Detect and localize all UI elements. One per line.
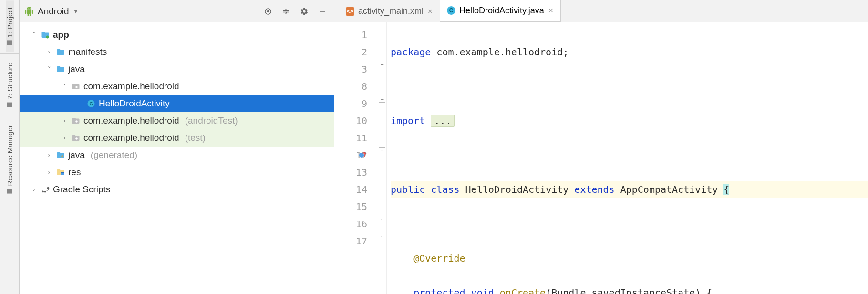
editor-tabs: <> activity_main.xml ✕ C HelloDroidActiv… [334, 0, 868, 22]
code-line [391, 78, 868, 95]
node-label: res [68, 167, 81, 178]
node-label: com.example.hellodroid [83, 115, 179, 127]
code-text[interactable]: package com.example.hellodroid; import .… [387, 22, 868, 294]
svg-point-1 [268, 10, 269, 12]
code-line [391, 147, 868, 164]
code-text: AppCompatActivity [615, 184, 724, 195]
locate-button[interactable] [261, 5, 275, 18]
collapse-all-button[interactable] [279, 5, 293, 18]
project-mode-selector[interactable]: Android ▼ [24, 6, 79, 17]
left-toolstrip: 1: Project 7: Structure Resource Manager [0, 0, 20, 294]
tree-node-java-generated[interactable]: › java (generated) [20, 147, 334, 164]
tree-node-pkg-androidtest[interactable]: › com.example.hellodroid (androidTest) [20, 112, 334, 129]
toolstrip-divider [0, 53, 19, 54]
chevron-spacer [76, 100, 83, 107]
project-icon [8, 40, 12, 45]
toolwindow-resource-manager-label: Resource Manager [6, 125, 14, 186]
code-line: @Override [391, 250, 868, 267]
close-icon[interactable]: ✕ [427, 8, 433, 15]
node-label: app [53, 29, 69, 41]
svg-rect-10 [61, 172, 64, 173]
node-qualifier: (androidTest) [185, 115, 238, 127]
project-mode-label: Android [38, 6, 69, 17]
tree-node-java[interactable]: ˅ java [20, 61, 334, 78]
fold-collapse-button[interactable]: − [379, 96, 385, 103]
package-icon [71, 133, 81, 143]
fold-end-icon: ⌐ [379, 233, 385, 240]
line-number: 17 [334, 232, 367, 250]
node-label: manifests [68, 46, 107, 58]
module-icon [41, 30, 50, 40]
folder-gen-icon [56, 150, 65, 160]
line-number: 11 [334, 129, 367, 147]
fold-collapse-button[interactable]: − [379, 147, 385, 154]
svg-point-3 [46, 36, 49, 39]
toolwindow-project[interactable]: 1: Project [6, 0, 14, 52]
gear-icon [300, 7, 309, 16]
toolwindow-project-label: 1: Project [6, 7, 14, 37]
svg-point-4 [75, 86, 78, 88]
folder-res-icon [56, 168, 65, 177]
tab-hellodroidactivity-java[interactable]: C HelloDroidActivity.java ✕ [440, 0, 561, 22]
project-header: Android ▼ [20, 0, 334, 22]
fold-placeholder[interactable]: ... [431, 115, 455, 127]
annotation: @Override [413, 252, 465, 264]
override-up-icon[interactable] [359, 151, 366, 159]
line-number: 1 [334, 26, 367, 43]
code-line-current: public class HelloDroidActivity extends … [391, 181, 868, 198]
keyword: extends [574, 184, 614, 195]
minimize-icon [318, 7, 327, 16]
tab-activity-main-xml[interactable]: <> activity_main.xml ✕ [339, 0, 440, 22]
node-label: java [68, 63, 85, 75]
code-line: import ... [391, 112, 868, 129]
tree-node-res[interactable]: › res [20, 164, 334, 181]
keyword: protected [413, 287, 465, 294]
chevron-right-icon: › [30, 186, 38, 193]
svg-text:C: C [89, 101, 93, 106]
tree-node-app[interactable]: ˅ app [20, 26, 334, 43]
tree-node-pkg-test[interactable]: › com.example.hellodroid (test) [20, 129, 334, 147]
chevron-right-icon: › [61, 134, 68, 142]
line-number: 3 [334, 61, 367, 78]
hide-panel-button[interactable] [316, 5, 329, 18]
tab-label: HelloDroidActivity.java [459, 6, 544, 16]
node-label: java [68, 149, 85, 161]
toolstrip-divider [0, 116, 19, 116]
line-number: 16 [334, 215, 367, 232]
tree-node-pkg-main[interactable]: ˅ com.example.hellodroid [20, 78, 334, 95]
tree-node-manifests[interactable]: › manifests [20, 43, 334, 61]
editor-body: 1 2 3 8 9 10 11 12 13 14 15 16 17 + − [334, 22, 868, 294]
node-qualifier: (generated) [91, 149, 137, 161]
line-number: 14 [334, 181, 367, 198]
tab-label: activity_main.xml [358, 6, 424, 16]
class-icon: C [447, 6, 455, 15]
tree-node-activity[interactable]: C HelloDroidActivity [20, 95, 334, 112]
editor-panel: <> activity_main.xml ✕ C HelloDroidActiv… [334, 0, 868, 294]
node-label: com.example.hellodroid [83, 132, 179, 144]
keyword: void [471, 287, 494, 294]
close-icon[interactable]: ✕ [548, 7, 554, 14]
settings-button[interactable] [298, 5, 311, 18]
toolwindow-resource-manager[interactable]: Resource Manager [6, 118, 14, 200]
code-text: HelloDroidActivity [460, 184, 575, 195]
project-tree[interactable]: ˅ app › manifests ˅ java ˅ com.example.h… [20, 22, 334, 294]
node-label: com.example.hellodroid [83, 81, 179, 93]
node-label: HelloDroidActivity [99, 98, 170, 110]
fold-expand-button[interactable]: + [379, 62, 385, 68]
folder-icon [56, 64, 65, 74]
chevron-down-icon: ˅ [30, 31, 38, 39]
line-number: 15 [334, 198, 367, 215]
node-qualifier: (test) [185, 132, 206, 144]
fold-end-icon: ⌐ [379, 216, 385, 223]
tree-node-gradle[interactable]: › Gradle Scripts [20, 181, 334, 198]
line-number: 13 [334, 164, 367, 181]
keyword: public [391, 184, 425, 195]
line-number: 9 [334, 95, 367, 112]
class-icon: C [86, 99, 96, 108]
fold-line [382, 104, 382, 229]
target-icon [264, 7, 272, 16]
code-text: com.example.hellodroid; [431, 46, 568, 58]
toolwindow-structure[interactable]: 7: Structure [6, 56, 14, 114]
node-label: Gradle Scripts [53, 184, 110, 196]
line-gutter[interactable]: 1 2 3 8 9 10 11 12 13 14 15 16 17 [334, 22, 378, 294]
